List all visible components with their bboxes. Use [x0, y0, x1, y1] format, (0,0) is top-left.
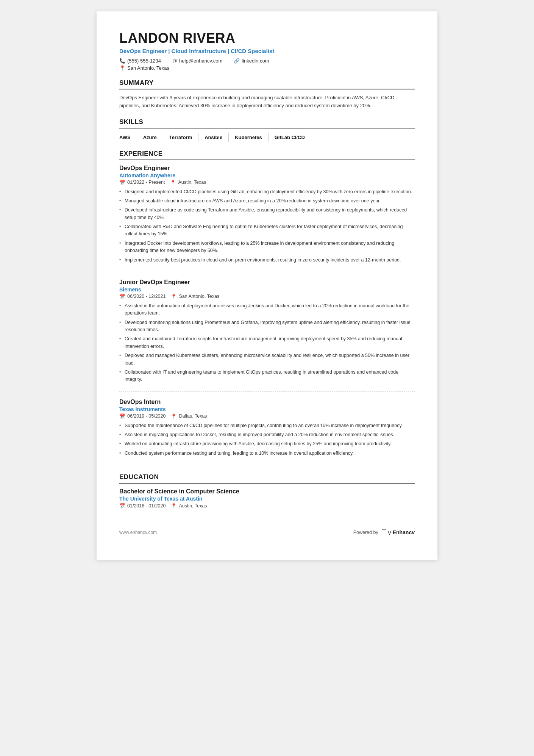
list-item: Supported the maintenance of CI/CD pipel… [119, 422, 415, 429]
footer: www.enhancv.com Powered by ⌒∨ Enhancv [119, 524, 415, 537]
list-item: Assisted in the automation of deployment… [119, 302, 415, 317]
edu-school: The University of Texas at Austin [119, 496, 415, 502]
education-section: EDUCATION Bachelor of Science in Compute… [119, 473, 415, 509]
job-title: DevOps Engineer [119, 165, 415, 172]
summary-heading: SUMMARY [119, 79, 415, 89]
job-date: 📅 06/2019 - 05/2020 [119, 413, 166, 419]
phone-contact: 📞 (555) 555-1234 [119, 58, 161, 64]
list-item: Collaborated with IT and engineering tea… [119, 369, 415, 383]
list-item: Managed scalable cloud infrastructure on… [119, 197, 415, 205]
job-bullets: Assisted in the automation of deployment… [119, 302, 415, 383]
link-icon: 🔗 [234, 58, 240, 64]
skill-item: Terraform [163, 133, 198, 142]
job-company: Texas Instruments [119, 406, 415, 412]
job-location: 📍 Austin, Texas [170, 180, 206, 185]
calendar-icon: 📅 [119, 413, 125, 419]
job-block: DevOps InternTexas Instruments 📅 06/2019… [119, 399, 415, 465]
experience-section: EXPERIENCE DevOps EngineerAutomation Any… [119, 150, 415, 465]
phone-icon: 📞 [119, 58, 125, 64]
list-item: Worked on automating infrastructure prov… [119, 440, 415, 448]
pin-icon: 📍 [170, 180, 176, 185]
list-item: Assisted in migrating applications to Do… [119, 431, 415, 438]
powered-by-text: Powered by [353, 530, 378, 535]
edu-location-text: Austin, Texas [179, 503, 207, 509]
skills-list: AWSAzureTerraformAnsibleKubernetesGitLab… [119, 133, 415, 142]
list-item: Developed monitoring solutions using Pro… [119, 319, 415, 334]
footer-website: www.enhancv.com [119, 530, 157, 535]
jobs-container: DevOps EngineerAutomation Anywhere 📅 01/… [119, 165, 415, 465]
skill-item: Kubernetes [229, 133, 269, 142]
calendar-icon: 📅 [119, 503, 125, 509]
experience-heading: EXPERIENCE [119, 150, 415, 160]
job-bullets: Designed and implemented CI/CD pipelines… [119, 188, 415, 264]
candidate-name: LANDON RIVERA [119, 30, 415, 46]
enhancv-icon: ⌒∨ [381, 528, 392, 537]
list-item: Deployed and managed Kubernetes clusters… [119, 352, 415, 367]
edu-degree: Bachelor of Science in Computer Science [119, 488, 415, 495]
job-title: Junior DevOps Engineer [119, 279, 415, 286]
brand-name: Enhancv [393, 529, 415, 535]
skill-item: Azure [137, 133, 163, 142]
job-company: Siemens [119, 286, 415, 293]
job-date: 📅 01/2022 - Present [119, 180, 165, 185]
job-location: 📍 Dallas, Texas [171, 413, 207, 419]
pin-icon: 📍 [171, 294, 177, 299]
calendar-icon: 📅 [119, 180, 125, 185]
location-row: 📍 San Antonio, Texas [119, 65, 415, 71]
job-meta: 📅 01/2022 - Present 📍 Austin, Texas [119, 180, 415, 185]
skill-item: GitLab CI/CD [269, 133, 311, 142]
email-contact: @ help@enhancv.com [172, 58, 222, 64]
job-date: 📅 06/2020 - 12/2021 [119, 294, 166, 299]
job-company: Automation Anywhere [119, 172, 415, 178]
skill-item: Ansible [198, 133, 229, 142]
job-meta: 📅 06/2019 - 05/2020 📍 Dallas, Texas [119, 413, 415, 419]
candidate-title: DevOps Engineer | Cloud Infrastructure |… [119, 48, 415, 54]
skills-section: SKILLS AWSAzureTerraformAnsibleKubernete… [119, 118, 415, 142]
header: LANDON RIVERA DevOps Engineer | Cloud In… [119, 30, 415, 71]
list-item: Conducted system performance testing and… [119, 450, 415, 457]
edu-meta: 📅 01/2016 - 01/2020 📍 Austin, Texas [119, 503, 415, 509]
skills-heading: SKILLS [119, 118, 415, 128]
skill-item: AWS [119, 133, 137, 142]
edu-location: 📍 Austin, Texas [171, 503, 207, 509]
location-icon: 📍 [119, 65, 125, 71]
pin-icon: 📍 [171, 413, 177, 419]
pin-icon: 📍 [171, 503, 177, 509]
edu-date-text: 01/2016 - 01/2020 [127, 503, 166, 509]
list-item: Developed infrastructure as code using T… [119, 207, 415, 221]
linkedin-url: linkedin.com [242, 58, 269, 64]
location-text: San Antonio, Texas [127, 65, 169, 71]
job-block: Junior DevOps EngineerSiemens 📅 06/2020 … [119, 279, 415, 392]
job-title: DevOps Intern [119, 399, 415, 405]
linkedin-contact: 🔗 linkedin.com [234, 58, 269, 64]
job-location: 📍 San Antonio, Texas [171, 294, 219, 299]
calendar-icon: 📅 [119, 294, 125, 299]
list-item: Designed and implemented CI/CD pipelines… [119, 188, 415, 196]
job-meta: 📅 06/2020 - 12/2021 📍 San Antonio, Texas [119, 294, 415, 299]
summary-text: DevOps Engineer with 3 years of experien… [119, 94, 415, 110]
footer-brand: Powered by ⌒∨ Enhancv [353, 528, 415, 537]
job-block: DevOps EngineerAutomation Anywhere 📅 01/… [119, 165, 415, 272]
enhancv-logo: ⌒∨ Enhancv [381, 528, 415, 537]
email-address: help@enhancv.com [179, 58, 222, 64]
list-item: Collaborated with R&D and Software Engin… [119, 223, 415, 238]
job-bullets: Supported the maintenance of CI/CD pipel… [119, 422, 415, 457]
email-icon: @ [172, 58, 177, 64]
education-heading: EDUCATION [119, 473, 415, 484]
edu-date: 📅 01/2016 - 01/2020 [119, 503, 166, 509]
list-item: Created and maintained Terraform scripts… [119, 335, 415, 350]
list-item: Integrated Docker into development workf… [119, 240, 415, 255]
phone-number: (555) 555-1234 [127, 58, 161, 64]
list-item: Implemented security best practices in c… [119, 257, 415, 264]
resume-page: LANDON RIVERA DevOps Engineer | Cloud In… [97, 11, 437, 560]
summary-section: SUMMARY DevOps Engineer with 3 years of … [119, 79, 415, 110]
contact-row: 📞 (555) 555-1234 @ help@enhancv.com 🔗 li… [119, 58, 415, 64]
